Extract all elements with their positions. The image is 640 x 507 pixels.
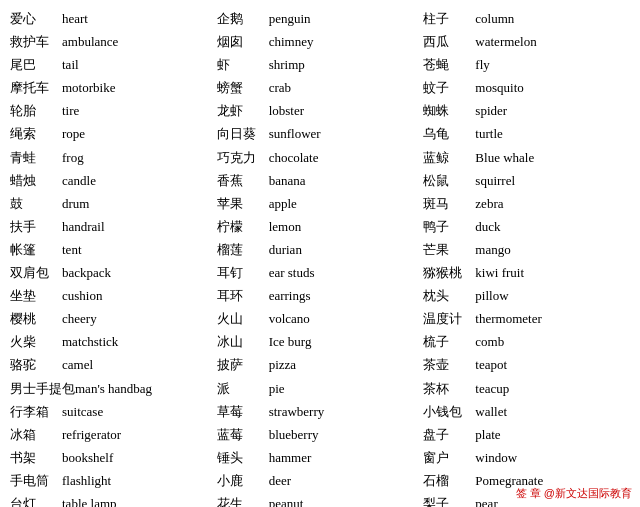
english-text: kiwi fruit: [475, 262, 524, 284]
vocab-row: 枕头 pillow: [423, 285, 630, 307]
chinese-text: 蓝鲸: [423, 147, 475, 169]
chinese-text: 草莓: [217, 401, 269, 423]
vocab-row: 火山 volcano: [217, 308, 424, 330]
vocab-row: 台灯 table lamp: [10, 493, 217, 507]
vocab-row: 樱桃 cheery: [10, 308, 217, 330]
vocab-row: 虾 shrimp: [217, 54, 424, 76]
english-text: backpack: [62, 262, 111, 284]
chinese-text: 窗户: [423, 447, 475, 469]
english-text: fly: [475, 54, 489, 76]
english-text: tire: [62, 100, 79, 122]
chinese-text: 苍蝇: [423, 54, 475, 76]
vocab-row: 向日葵 sunflower: [217, 123, 424, 145]
vocab-row: 梳子 comb: [423, 331, 630, 353]
english-text: volcano: [269, 308, 310, 330]
english-text: durian: [269, 239, 302, 261]
chinese-text: 枕头: [423, 285, 475, 307]
chinese-text: 耳环: [217, 285, 269, 307]
english-text: Ice burg: [269, 331, 312, 353]
vocab-row: 盘子 plate: [423, 424, 630, 446]
vocab-row: 爱心 heart: [10, 8, 217, 30]
english-text: turtle: [475, 123, 502, 145]
english-text: watermelon: [475, 31, 536, 53]
chinese-text: 盘子: [423, 424, 475, 446]
chinese-text: 扶手: [10, 216, 62, 238]
chinese-text: 火山: [217, 308, 269, 330]
vocab-row: 茶杯 teacup: [423, 378, 630, 400]
english-text: spider: [475, 100, 507, 122]
vocab-row: 企鹅 penguin: [217, 8, 424, 30]
vocab-row: 草莓 strawberry: [217, 401, 424, 423]
vocab-row: 男士手提包 man's handbag: [10, 378, 217, 400]
english-text: refrigerator: [62, 424, 121, 446]
chinese-text: 救护车: [10, 31, 62, 53]
vocab-row: 烟囱 chimney: [217, 31, 424, 53]
vocab-row: 冰箱 refrigerator: [10, 424, 217, 446]
chinese-text: 猕猴桃: [423, 262, 475, 284]
vocab-row: 蓝莓 blueberry: [217, 424, 424, 446]
english-text: tail: [62, 54, 79, 76]
vocab-row: 披萨 pizza: [217, 354, 424, 376]
vocab-row: 斑马 zebra: [423, 193, 630, 215]
english-text: chocolate: [269, 147, 319, 169]
chinese-text: 茶杯: [423, 378, 475, 400]
english-text: blueberry: [269, 424, 319, 446]
column-col1: 爱心 heart救护车 ambulance尾巴 tail摩托车 motorbik…: [10, 8, 217, 507]
vocab-row: 轮胎 tire: [10, 100, 217, 122]
vocab-row: 锤头 hammer: [217, 447, 424, 469]
chinese-text: 青蛙: [10, 147, 62, 169]
vocab-row: 摩托车 motorbike: [10, 77, 217, 99]
vocab-row: 书架 bookshelf: [10, 447, 217, 469]
chinese-text: 男士手提包: [10, 378, 75, 400]
english-text: column: [475, 8, 514, 30]
chinese-text: 锤头: [217, 447, 269, 469]
vocab-row: 窗户 window: [423, 447, 630, 469]
vocab-row: 蜡烛 candle: [10, 170, 217, 192]
vocab-row: 坐垫 cushion: [10, 285, 217, 307]
english-text: sunflower: [269, 123, 321, 145]
vocab-row: 蜘蛛 spider: [423, 100, 630, 122]
vocab-row: 耳环 earrings: [217, 285, 424, 307]
english-text: duck: [475, 216, 500, 238]
chinese-text: 芒果: [423, 239, 475, 261]
english-text: tent: [62, 239, 82, 261]
chinese-text: 绳索: [10, 123, 62, 145]
chinese-text: 蜘蛛: [423, 100, 475, 122]
vocab-row: 螃蟹 crab: [217, 77, 424, 99]
main-content: 爱心 heart救护车 ambulance尾巴 tail摩托车 motorbik…: [0, 0, 640, 507]
english-text: camel: [62, 354, 93, 376]
chinese-text: 派: [217, 378, 269, 400]
vocab-row: 鸭子 duck: [423, 216, 630, 238]
vocab-row: 茶壶 teapot: [423, 354, 630, 376]
chinese-text: 书架: [10, 447, 62, 469]
english-text: bookshelf: [62, 447, 113, 469]
chinese-text: 虾: [217, 54, 269, 76]
vocab-row: 救护车 ambulance: [10, 31, 217, 53]
vocab-row: 乌龟 turtle: [423, 123, 630, 145]
vocab-row: 帐篷 tent: [10, 239, 217, 261]
chinese-text: 柠檬: [217, 216, 269, 238]
vocab-row: 苍蝇 fly: [423, 54, 630, 76]
english-text: flashlight: [62, 470, 111, 492]
vocab-row: 青蛙 frog: [10, 147, 217, 169]
vocab-row: 柱子 column: [423, 8, 630, 30]
chinese-text: 蓝莓: [217, 424, 269, 446]
vocab-row: 花生 peanut: [217, 493, 424, 507]
english-text: hammer: [269, 447, 312, 469]
english-text: table lamp: [62, 493, 117, 507]
english-text: teacup: [475, 378, 509, 400]
chinese-text: 茶壶: [423, 354, 475, 376]
vocab-row: 蚊子 mosquito: [423, 77, 630, 99]
vocab-row: 派 pie: [217, 378, 424, 400]
chinese-text: 梨子: [423, 493, 475, 507]
chinese-text: 尾巴: [10, 54, 62, 76]
english-text: window: [475, 447, 517, 469]
chinese-text: 斑马: [423, 193, 475, 215]
vocab-row: 行李箱 suitcase: [10, 401, 217, 423]
chinese-text: 温度计: [423, 308, 475, 330]
chinese-text: 松鼠: [423, 170, 475, 192]
chinese-text: 花生: [217, 493, 269, 507]
watermark: 签 章 @新文达国际教育: [516, 486, 632, 501]
english-text: lemon: [269, 216, 302, 238]
vocab-row: 蓝鲸 Blue whale: [423, 147, 630, 169]
